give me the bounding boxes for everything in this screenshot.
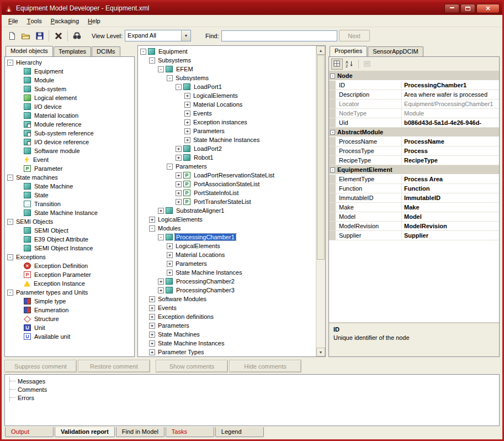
tree-item-processingchamber3[interactable]: +ProcessingChamber3 <box>138 286 316 295</box>
expand-icon[interactable]: + <box>167 261 173 267</box>
tree-item-label[interactable]: Software module <box>33 148 81 154</box>
tree-item-label[interactable]: Logical element <box>33 95 78 101</box>
tree-item-label[interactable]: PortTransferStateList <box>193 198 252 205</box>
alphabetical-sort-button[interactable]: AZ <box>344 59 356 70</box>
collapse-icon[interactable]: - <box>7 254 13 260</box>
property-row-description[interactable]: DescriptionArea where wafer is processed <box>329 90 499 99</box>
maximize-button[interactable] <box>460 4 475 13</box>
tree-item-label[interactable]: Module reference <box>33 121 83 128</box>
tree-item-label[interactable]: Subsystems <box>157 57 192 64</box>
property-row-id[interactable]: IDProcessingChamber1 <box>329 81 499 90</box>
menu-help[interactable]: Help <box>83 15 105 27</box>
expand-icon[interactable]: + <box>176 190 182 196</box>
tree-item-state-machine-instance[interactable]: State Machine Instance <box>5 208 134 217</box>
tree-item-logicalelements[interactable]: +LogicalElements <box>138 215 316 224</box>
tree-item-state-machine-instances[interactable]: +State Machine Instances <box>138 339 316 348</box>
tree-item-label[interactable]: Subsystems <box>174 75 210 81</box>
tree-item-label[interactable]: SEMI Objects <box>15 218 54 225</box>
list-item-messages[interactable]: Messages <box>10 377 498 385</box>
delete-button[interactable] <box>51 29 65 43</box>
tree-item-label[interactable]: Available unit <box>33 333 71 340</box>
tree-item-label[interactable]: Exception Instance <box>33 280 86 287</box>
tab-legend[interactable]: Legend <box>215 427 264 437</box>
collapse-icon[interactable]: - <box>330 130 335 135</box>
tree-item-label[interactable]: Events <box>192 110 213 117</box>
expand-icon[interactable]: + <box>149 305 155 311</box>
tree-item-unit[interactable]: UUnit <box>5 323 134 332</box>
tree-item-label[interactable]: Parameters <box>192 128 226 134</box>
tree-item-label[interactable]: Equipment <box>33 68 65 75</box>
tree-item-portstateinfolist[interactable]: +PPortStateInfoList <box>138 188 316 197</box>
tree-item-label[interactable]: ProcessingChamber2 <box>175 278 236 285</box>
tree-item-label[interactable]: Parameters <box>157 322 190 329</box>
property-value[interactable]: Equipment/ProcessingChamber1 <box>402 99 499 108</box>
property-row-locator[interactable]: LocatorEquipment/ProcessingChamber1 <box>329 99 499 109</box>
expand-icon[interactable]: + <box>149 332 155 338</box>
tree-item-semi-object-instance[interactable]: SEMI Object Instance <box>5 244 134 253</box>
tree-item-exception-instance[interactable]: Exception Instance <box>5 279 134 288</box>
tree-item-hierarchy[interactable]: -Hierarchy <box>5 58 134 67</box>
categorized-button[interactable] <box>331 59 343 70</box>
open-file-button[interactable] <box>19 29 33 43</box>
tree-item-logical-element[interactable]: Logical element <box>5 93 134 102</box>
expand-icon[interactable]: + <box>149 217 155 223</box>
tree-item-modules[interactable]: -Modules <box>138 224 316 233</box>
tree-item-processingchamber1[interactable]: -ProcessingChamber1 <box>138 233 316 242</box>
list-item-comments[interactable]: Comments <box>10 385 498 393</box>
tree-item-module[interactable]: Module <box>5 76 134 85</box>
expand-icon[interactable]: + <box>184 111 190 117</box>
expand-icon[interactable]: + <box>149 296 155 302</box>
property-row-elementtype[interactable]: ElementTypeProcess Area <box>329 175 499 184</box>
list-item-errors[interactable]: Errors <box>10 393 498 402</box>
collapse-icon[interactable]: - <box>7 219 13 225</box>
tree-item-parameters[interactable]: -Parameters <box>138 162 316 171</box>
tree-item-label[interactable]: SEMI Object Instance <box>33 245 94 251</box>
expand-icon[interactable]: + <box>176 181 182 187</box>
tree-item-label[interactable]: ProcessingChamber1 <box>175 234 236 240</box>
tree-item-label[interactable]: Parameter Types <box>157 349 205 355</box>
expand-icon[interactable]: + <box>176 199 182 205</box>
tree-item-label[interactable]: SubstrateAligner1 <box>175 207 225 214</box>
tree-item-label[interactable]: Exceptions <box>15 254 47 260</box>
tree-item-label[interactable]: Event <box>32 156 50 163</box>
tree-item-label[interactable]: Modules <box>157 225 182 232</box>
tree-item-material-location[interactable]: Material location <box>5 111 134 120</box>
property-value[interactable]: RecipeType <box>402 156 499 165</box>
tab-find-in-model[interactable]: Find in Model <box>116 427 165 437</box>
tree-item-label[interactable]: Sub-system <box>33 86 67 92</box>
tree-item-label[interactable]: Module <box>33 77 55 83</box>
expand-icon[interactable]: + <box>184 137 190 143</box>
tree-item-subsystems[interactable]: -Subsystems <box>138 56 316 65</box>
tree-item-i-o-device[interactable]: I/O device <box>5 102 134 111</box>
tree-item-label[interactable]: LogicalElements <box>192 92 239 99</box>
property-category-equipmentelement[interactable]: -EquipmentElement <box>329 165 499 175</box>
chevron-down-icon[interactable]: ▼ <box>181 30 190 41</box>
tree-item-label[interactable]: Exception definitions <box>157 313 215 320</box>
property-row-uid[interactable]: Uidb086d43d-5a1d-4e26-946d- <box>329 118 499 128</box>
tree-item-parameters[interactable]: +Parameters <box>138 321 316 330</box>
new-document-button[interactable] <box>5 29 19 43</box>
expand-icon[interactable]: + <box>158 208 164 214</box>
tree-item-label[interactable]: Simple type <box>33 298 67 305</box>
tree-item-label[interactable]: State Machine Instances <box>157 340 225 347</box>
property-value[interactable]: b086d43d-5a1d-4e26-946d- <box>402 118 499 127</box>
tree-item-logicalelements[interactable]: +LogicalElements <box>138 91 316 100</box>
tree-item-state-machines[interactable]: -State machines <box>5 173 134 182</box>
tree-item-label[interactable]: Material Locations <box>174 251 226 258</box>
tab-tasks[interactable]: Tasks <box>166 427 214 437</box>
tree-item-exception-definitions[interactable]: +Exception definitions <box>138 312 316 321</box>
property-value[interactable]: Model <box>402 212 499 221</box>
property-value[interactable]: Process Area <box>402 175 499 183</box>
collapse-icon[interactable]: - <box>176 84 182 90</box>
tree-item-label[interactable]: State Machines <box>157 331 201 338</box>
scroll-down-icon[interactable]: ▼ <box>316 348 325 356</box>
property-row-function[interactable]: FunctionFunction <box>329 184 499 193</box>
tab-model-objects[interactable]: Model objects <box>6 46 53 56</box>
property-value[interactable]: Area where wafer is processed <box>402 90 499 99</box>
tree-item-module-reference[interactable]: Module reference <box>5 120 134 129</box>
close-button[interactable]: × <box>476 4 500 13</box>
scroll-thumb[interactable] <box>317 55 325 260</box>
menu-packaging[interactable]: Packaging <box>46 15 83 27</box>
expand-icon[interactable]: + <box>176 146 182 152</box>
collapse-icon[interactable]: - <box>140 49 146 55</box>
